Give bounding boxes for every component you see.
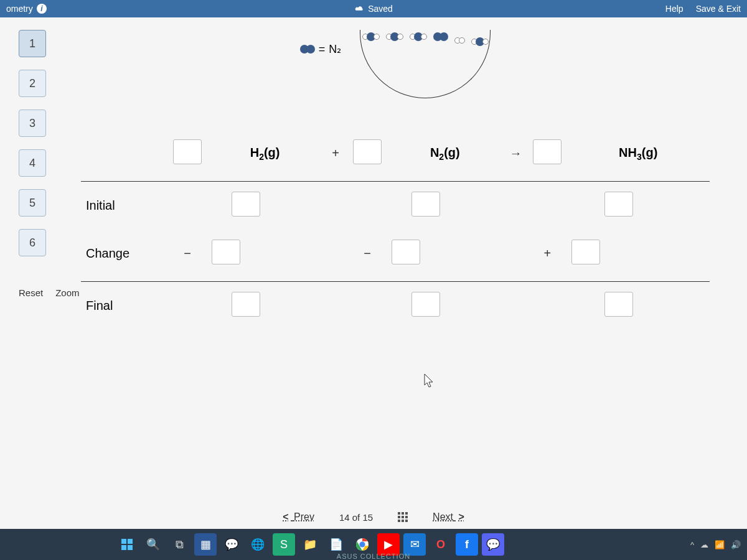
change-h2-sign: − bbox=[168, 230, 207, 282]
initial-nh3-input[interactable] bbox=[604, 192, 633, 217]
n2-molecule-icon bbox=[433, 32, 448, 41]
nh3-molecule-icon bbox=[362, 32, 380, 41]
file-explorer-icon[interactable]: 📁 bbox=[299, 533, 321, 556]
content-area: = N₂ H2(g) + N2(g) → bbox=[56, 17, 747, 529]
reset-button[interactable]: Reset bbox=[19, 287, 43, 298]
row-change-label: Change bbox=[81, 230, 168, 282]
initial-n2-input[interactable] bbox=[411, 192, 440, 217]
saved-status: Saved bbox=[368, 4, 393, 14]
task-view-icon[interactable]: ⧉ bbox=[168, 533, 190, 556]
search-icon[interactable]: 🔍 bbox=[142, 533, 164, 556]
change-h2-input[interactable] bbox=[212, 240, 240, 264]
top-bar: ometry i Saved Help Save & Exit bbox=[0, 0, 747, 17]
step-6-button[interactable]: 6 bbox=[19, 229, 46, 256]
system-tray[interactable]: ^ ☁ 📶 🔊 bbox=[690, 540, 741, 549]
molecule-diagram bbox=[360, 30, 491, 98]
change-n2-input[interactable] bbox=[392, 240, 420, 264]
chat-icon[interactable]: 💬 bbox=[220, 533, 243, 556]
ice-table: H2(g) + N2(g) → NH3(g) Initial Change − bbox=[81, 129, 710, 330]
page-count: 14 of 15 bbox=[339, 512, 373, 523]
step-5-button[interactable]: 5 bbox=[19, 189, 46, 217]
svg-point-1 bbox=[359, 541, 365, 547]
chevron-left-icon: < bbox=[283, 511, 288, 522]
edge-icon[interactable]: 🌐 bbox=[247, 533, 269, 556]
step-1-button[interactable]: 1 bbox=[19, 30, 46, 57]
save-exit-link[interactable]: Save & Exit bbox=[696, 4, 741, 14]
coef-nh3-input[interactable] bbox=[533, 139, 561, 164]
step-2-button[interactable]: 2 bbox=[19, 70, 46, 97]
coef-h2-input[interactable] bbox=[173, 139, 202, 164]
next-label: Next bbox=[433, 511, 453, 522]
discord-icon[interactable]: 💬 bbox=[482, 533, 504, 556]
store-icon[interactable]: S bbox=[273, 533, 295, 556]
step-sidebar: 1 2 3 4 5 6 Reset Zoom bbox=[0, 17, 56, 529]
final-nh3-input[interactable] bbox=[604, 292, 633, 317]
next-button[interactable]: Next > bbox=[433, 511, 467, 523]
chevron-right-icon: > bbox=[458, 511, 464, 522]
final-h2-input[interactable] bbox=[232, 292, 260, 317]
row-initial-label: Initial bbox=[81, 182, 168, 230]
nh3-molecule-icon bbox=[471, 37, 489, 46]
legend-equals: = bbox=[319, 43, 326, 56]
change-n2-sign: − bbox=[348, 230, 387, 282]
windows-taskbar: 🔍 ⧉ ▦ 💬 🌐 S 📁 📄 ▶ ✉ O f 💬 ^ ☁ 📶 🔊 ASUS C… bbox=[0, 529, 747, 560]
step-4-button[interactable]: 4 bbox=[19, 149, 46, 177]
grid-view-icon[interactable] bbox=[398, 512, 408, 522]
onedrive-icon[interactable]: ☁ bbox=[700, 540, 708, 549]
arrow-operator: → bbox=[503, 129, 528, 182]
pagination-nav: < Prev 14 of 15 Next > bbox=[0, 511, 747, 523]
final-n2-input[interactable] bbox=[411, 292, 440, 317]
legend-n2-label: N₂ bbox=[329, 42, 341, 56]
change-nh3-input[interactable] bbox=[571, 240, 600, 264]
step-3-button[interactable]: 3 bbox=[19, 110, 46, 137]
main-area: 1 2 3 4 5 6 Reset Zoom = N₂ bbox=[0, 17, 747, 529]
species-nh3: NH3(g) bbox=[619, 146, 657, 159]
info-icon[interactable]: i bbox=[37, 4, 47, 14]
h2-molecule-icon bbox=[454, 37, 465, 44]
help-link[interactable]: Help bbox=[665, 4, 684, 14]
prev-label: Prev bbox=[294, 511, 314, 522]
cloud-saved-icon bbox=[354, 4, 364, 14]
wifi-icon[interactable]: 📶 bbox=[715, 540, 725, 549]
change-nh3-sign: + bbox=[528, 230, 566, 282]
volume-icon[interactable]: 🔊 bbox=[731, 540, 741, 549]
chevron-up-icon[interactable]: ^ bbox=[690, 540, 694, 549]
taskbar-label: ASUS COLLECTION bbox=[337, 553, 410, 560]
windows-start-icon[interactable] bbox=[116, 533, 138, 556]
nh3-molecule-icon bbox=[410, 32, 427, 41]
initial-h2-input[interactable] bbox=[232, 192, 260, 217]
opera-icon[interactable]: O bbox=[430, 533, 452, 556]
widgets-icon[interactable]: ▦ bbox=[194, 533, 217, 556]
coef-n2-input[interactable] bbox=[353, 139, 382, 164]
plus-operator: + bbox=[323, 129, 348, 182]
prev-button[interactable]: < Prev bbox=[280, 511, 314, 523]
facebook-icon[interactable]: f bbox=[456, 533, 478, 556]
nh3-molecule-icon bbox=[386, 32, 403, 41]
legend-n2: = N₂ bbox=[300, 42, 342, 56]
app-title-fragment: ometry bbox=[6, 4, 33, 14]
species-h2: H2(g) bbox=[250, 146, 280, 159]
row-final-label: Final bbox=[81, 282, 168, 330]
species-n2: N2(g) bbox=[430, 146, 460, 159]
